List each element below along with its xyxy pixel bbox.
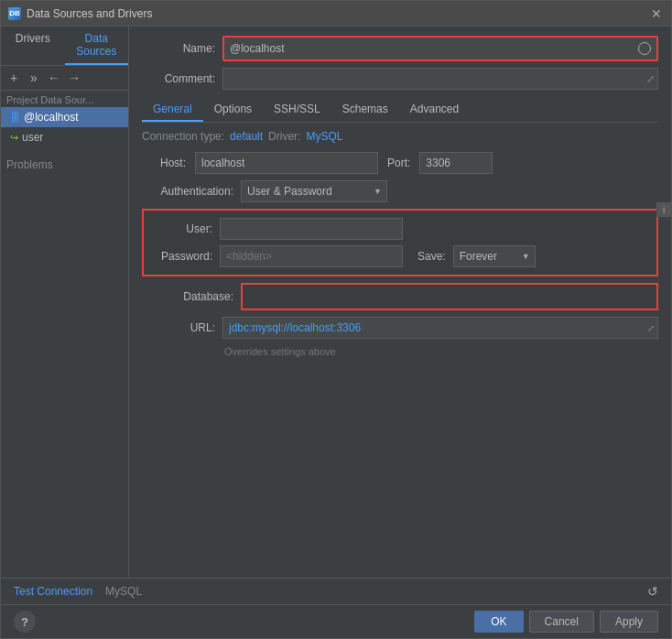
tab-datasources[interactable]: Data Sources (65, 27, 129, 65)
comment-input-wrapper: ⤢ (222, 68, 658, 90)
url-input[interactable] (222, 317, 658, 339)
database-input-wrapper (241, 283, 658, 310)
user-icon: ↪ (10, 132, 18, 144)
save-select-wrapper: Forever Session Never (453, 245, 536, 267)
comment-input[interactable] (222, 68, 658, 90)
name-circle-icon (638, 42, 651, 55)
conn-type-value[interactable]: default (230, 130, 263, 143)
name-row: Name: (142, 36, 658, 61)
cancel-button[interactable]: Cancel (529, 611, 594, 633)
right-panel: Name: Comment: ⤢ General Options SSH/SSL (129, 27, 671, 578)
refresh-button[interactable]: ↺ (647, 584, 658, 599)
comment-expand-icon[interactable]: ⤢ (646, 73, 655, 85)
help-button[interactable]: ? (14, 611, 36, 633)
tab-options[interactable]: Options (203, 98, 263, 122)
auth-row: Authentication: User & Password No auth … (142, 180, 658, 202)
conn-driver-value[interactable]: MySQL (306, 130, 342, 143)
sidebar-item-label-localhost: @localhost (24, 111, 79, 124)
database-input[interactable] (243, 285, 656, 309)
conn-driver-label: Driver: (268, 130, 300, 143)
close-button[interactable]: ✕ (649, 6, 664, 21)
auth-label: Authentication: (142, 185, 233, 198)
url-expand-icon[interactable]: ⤢ (647, 323, 655, 333)
mysql-label: MySQL (105, 585, 142, 598)
problems-label: Problems (6, 158, 53, 171)
add-datasource-button[interactable]: + (5, 69, 23, 87)
comment-label: Comment: (142, 72, 215, 85)
url-hint: Overrides settings above (224, 346, 336, 357)
sidebar-item-label-user: user (22, 131, 43, 144)
sidebar-item-user[interactable]: ↪ user (1, 127, 128, 147)
port-label: Port: (387, 157, 410, 169)
password-input[interactable] (220, 245, 403, 267)
url-hint-row: Overrides settings above (142, 345, 658, 358)
conn-type-label: Connection type: (142, 130, 224, 143)
database-icon: 🗄 (10, 112, 20, 123)
bottom-toolbar: Test Connection MySQL ↺ (1, 578, 671, 604)
auth-select-wrapper: User & Password No auth LDAP (241, 180, 387, 202)
name-input[interactable] (224, 38, 656, 60)
password-label: Password: (153, 250, 212, 263)
database-label: Database: (142, 290, 233, 303)
name-input-wrapper (222, 36, 658, 61)
sidebar-tabs: Drivers Data Sources (1, 27, 128, 66)
credentials-block: User: Password: Save: Forever Session Ne… (142, 209, 658, 276)
user-label: User: (153, 222, 212, 235)
url-row: URL: ⤢ (142, 317, 658, 339)
connection-info: Connection type: default Driver: MySQL (142, 130, 658, 143)
auth-select[interactable]: User & Password No auth LDAP (241, 180, 387, 202)
problems-section: Problems (1, 155, 128, 175)
host-input[interactable] (195, 152, 378, 174)
back-button[interactable]: ← (45, 69, 63, 87)
database-row: Database: (142, 283, 658, 310)
right-indicator: i (656, 202, 671, 217)
title-bar: DB Data Sources and Drivers ✕ (1, 1, 671, 27)
tab-advanced[interactable]: Advanced (399, 98, 470, 122)
ok-button[interactable]: OK (474, 611, 523, 633)
user-input[interactable] (220, 218, 403, 240)
name-label: Name: (142, 42, 215, 55)
app-icon: DB (8, 7, 21, 20)
sidebar: Drivers Data Sources + » ← → Project Dat… (1, 27, 129, 578)
save-select[interactable]: Forever Session Never (453, 245, 536, 267)
tab-sshssl[interactable]: SSH/SSL (263, 98, 331, 122)
dialog: DB Data Sources and Drivers ✕ Drivers Da… (0, 0, 672, 639)
section-label: Project Data Sour... (1, 91, 128, 107)
port-input[interactable] (419, 152, 493, 174)
main-content: Drivers Data Sources + » ← → Project Dat… (1, 27, 671, 578)
user-row: User: (153, 218, 647, 240)
sidebar-item-localhost[interactable]: 🗄 @localhost (1, 107, 128, 127)
host-label: Host: (142, 157, 186, 169)
dialog-title: Data Sources and Drivers (27, 7, 644, 20)
tab-schemas[interactable]: Schemas (331, 98, 399, 122)
url-input-wrapper: ⤢ (222, 317, 658, 339)
tab-drivers[interactable]: Drivers (1, 27, 65, 65)
host-port-row: Host: Port: (142, 152, 658, 174)
tab-bar: General Options SSH/SSL Schemas Advanced (142, 98, 658, 123)
forward-button[interactable]: → (65, 69, 83, 87)
save-label: Save: (417, 250, 446, 263)
tab-general[interactable]: General (142, 98, 203, 122)
footer-actions: OK Cancel Apply (474, 611, 658, 633)
footer: ? OK Cancel Apply (1, 604, 671, 638)
apply-button[interactable]: Apply (600, 611, 658, 633)
sidebar-toolbar: + » ← → (1, 66, 128, 91)
password-row: Password: Save: Forever Session Never (153, 245, 647, 267)
more-options-button[interactable]: » (25, 69, 43, 87)
test-connection-button[interactable]: Test Connection (14, 585, 92, 598)
url-label: URL: (142, 321, 215, 334)
comment-row: Comment: ⤢ (142, 68, 658, 90)
